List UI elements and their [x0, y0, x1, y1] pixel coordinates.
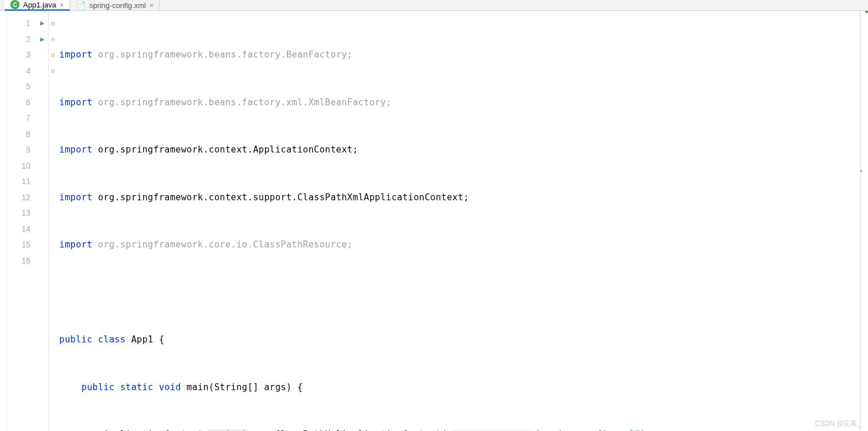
close-icon[interactable]: × [149, 1, 154, 10]
code-area[interactable]: import org.springframework.beans.factory… [57, 11, 860, 431]
left-margin [0, 11, 7, 431]
line-number-gutter: 1234 5678 9101112 13141516 [7, 11, 36, 431]
close-icon[interactable]: × [60, 1, 64, 9]
tab-label: App1.java [23, 1, 56, 9]
code-editor[interactable]: 1234 5678 9101112 13141516 ▶ ▶ ⊟⊟⊟ ⊟ imp… [0, 11, 868, 431]
java-class-icon: C [10, 0, 20, 9]
error-stripe[interactable] [860, 11, 868, 431]
tab-app1-java[interactable]: C App1.java × [5, 0, 70, 11]
fold-column: ⊟⊟⊟ ⊟ [49, 11, 57, 431]
editor-tabs: C App1.java × 📄 spring-config.xml × [0, 0, 868, 11]
tab-spring-config[interactable]: 📄 spring-config.xml × [70, 0, 160, 10]
gutter-run-icons: ▶ ▶ [36, 11, 49, 431]
xml-file-icon: 📄 [76, 1, 86, 10]
run-class-icon[interactable]: ▶ [36, 16, 48, 32]
watermark: CSDN @安苒_ [815, 419, 861, 429]
run-main-icon[interactable]: ▶ [36, 32, 48, 48]
tab-label: spring-config.xml [89, 1, 145, 10]
